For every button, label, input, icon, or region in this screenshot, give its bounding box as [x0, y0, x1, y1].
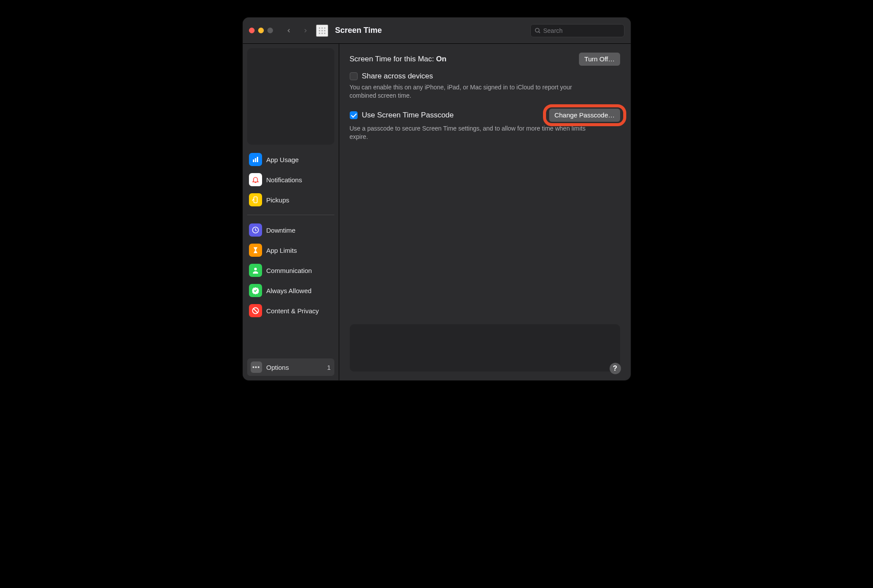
nosign-icon: [249, 304, 262, 317]
sidebar-item-options[interactable]: ••• Options 1: [247, 358, 334, 376]
sidebar: App Usage Notifications Pickups: [243, 44, 339, 380]
sidebar-item-label: Communication: [266, 267, 312, 274]
window-controls: [249, 28, 273, 33]
sidebar-item-content-privacy[interactable]: Content & Privacy: [247, 302, 334, 319]
sidebar-item-app-limits[interactable]: App Limits: [247, 241, 334, 259]
sidebar-limits-group: Downtime App Limits Communication: [247, 221, 334, 319]
chevron-left-icon: [286, 28, 292, 34]
forward-button[interactable]: [299, 25, 312, 37]
back-button[interactable]: [283, 25, 295, 37]
minimize-window-button[interactable]: [258, 28, 264, 33]
window-toolbar: Screen Time: [243, 18, 631, 44]
sidebar-item-label: App Limits: [266, 247, 297, 254]
sidebar-usage-group: App Usage Notifications Pickups: [247, 151, 334, 209]
svg-rect-11: [253, 159, 254, 162]
person-icon: [249, 264, 262, 277]
system-preferences-window: Screen Time App Usage: [243, 18, 631, 380]
sidebar-item-label: Downtime: [266, 227, 296, 234]
window-title: Screen Time: [335, 26, 382, 35]
svg-point-6: [319, 32, 320, 34]
chevron-right-icon: [302, 28, 309, 34]
svg-point-7: [321, 32, 323, 34]
sidebar-item-label: Content & Privacy: [266, 307, 319, 315]
options-badge: 1: [327, 364, 330, 371]
svg-rect-12: [255, 158, 256, 162]
maximize-window-button[interactable]: [267, 28, 273, 33]
check-icon: [249, 284, 262, 297]
sidebar-item-always-allowed[interactable]: Always Allowed: [247, 282, 334, 299]
bell-icon: [249, 173, 262, 186]
change-passcode-button[interactable]: Change Passcode…: [549, 109, 620, 122]
grid-icon: [318, 27, 326, 35]
svg-point-16: [254, 268, 257, 270]
sidebar-item-notifications[interactable]: Notifications: [247, 171, 334, 188]
search-field-wrapper[interactable]: [530, 24, 625, 37]
use-passcode-desc: Use a passcode to secure Screen Time set…: [350, 124, 595, 141]
help-button[interactable]: ?: [610, 363, 621, 374]
close-window-button[interactable]: [249, 28, 255, 33]
sidebar-item-communication[interactable]: Communication: [247, 262, 334, 279]
chart-icon: [249, 153, 262, 166]
hourglass-icon: [249, 244, 262, 257]
screen-time-status-label: Screen Time for this Mac: On: [350, 55, 447, 64]
sidebar-item-app-usage[interactable]: App Usage: [247, 151, 334, 168]
svg-point-4: [321, 30, 323, 31]
sidebar-divider: [247, 215, 334, 215]
svg-line-10: [539, 32, 540, 33]
user-avatar-panel: [247, 48, 334, 145]
window-body: App Usage Notifications Pickups: [243, 44, 631, 380]
clock-icon: [249, 223, 262, 237]
svg-point-2: [324, 27, 325, 28]
use-passcode-checkbox[interactable]: [350, 111, 358, 119]
question-icon: ?: [613, 365, 617, 372]
content-pane: Screen Time for this Mac: On Turn Off… S…: [339, 44, 631, 380]
search-input[interactable]: [543, 27, 621, 34]
sidebar-item-label: Always Allowed: [266, 287, 312, 294]
share-across-devices-desc: You can enable this on any iPhone, iPad,…: [350, 83, 595, 100]
sidebar-item-pickups[interactable]: Pickups: [247, 191, 334, 209]
share-across-devices-checkbox[interactable]: [350, 72, 358, 80]
svg-point-8: [324, 32, 325, 34]
sidebar-item-label: Options: [266, 364, 289, 371]
bottom-info-panel: [350, 324, 620, 372]
svg-point-1: [321, 27, 323, 28]
svg-point-3: [319, 30, 320, 31]
use-passcode-label: Use Screen Time Passcode: [362, 111, 454, 120]
search-icon: [534, 27, 541, 34]
ellipsis-icon: •••: [251, 361, 262, 373]
sidebar-item-label: App Usage: [266, 156, 299, 163]
svg-rect-13: [257, 157, 258, 162]
share-across-devices-label: Share across devices: [362, 72, 433, 81]
sidebar-item-label: Pickups: [266, 196, 290, 204]
show-all-prefs-button[interactable]: [316, 25, 328, 37]
svg-point-5: [324, 30, 325, 31]
pickups-icon: [249, 193, 262, 206]
status-value: On: [436, 55, 447, 63]
sidebar-item-label: Notifications: [266, 176, 302, 184]
sidebar-item-downtime[interactable]: Downtime: [247, 221, 334, 239]
svg-rect-14: [254, 197, 257, 203]
status-prefix: Screen Time for this Mac:: [350, 55, 436, 63]
svg-point-9: [535, 28, 539, 32]
svg-point-0: [319, 27, 320, 28]
svg-line-18: [253, 308, 258, 313]
turn-off-button[interactable]: Turn Off…: [579, 53, 620, 66]
